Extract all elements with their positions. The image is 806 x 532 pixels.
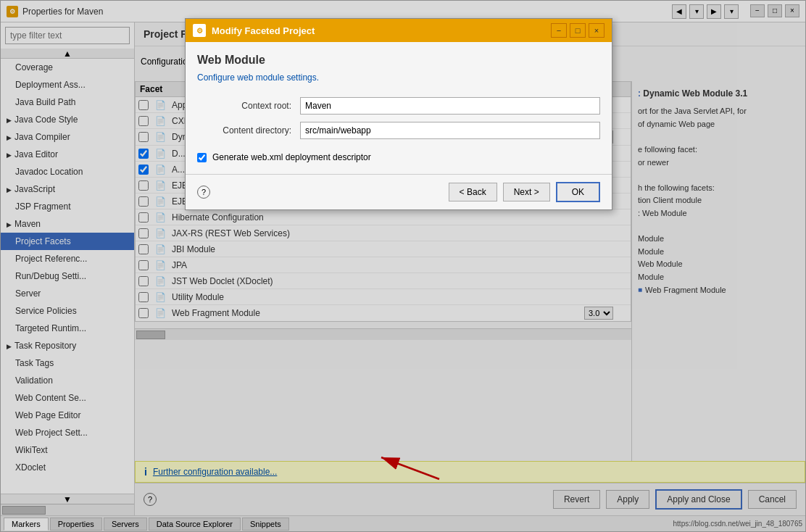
back-button[interactable]: < Back [449, 183, 497, 201]
facet-icon-app-client: 📄 [154, 99, 166, 111]
content-dir-label: Content directory: [197, 125, 291, 136]
facet-checkbox-hibernate[interactable] [138, 212, 149, 223]
sidebar-item-java-build-path[interactable]: Java Build Path [1, 93, 134, 111]
facet-name-web-fragment: Web Fragment Module [172, 308, 578, 318]
facet-checkbox-a[interactable] [138, 165, 149, 175]
right-text-4: or newer [638, 158, 669, 167]
sidebar-scroll-down[interactable]: ▼ [1, 494, 134, 504]
facet-icon-d: 📄 [154, 148, 166, 159]
facet-name-hibernate: Hibernate Configuration [172, 212, 578, 223]
modal-help-icon[interactable]: ? [197, 186, 210, 199]
sidebar-item-javascript[interactable]: JavaScript [1, 180, 134, 198]
nav-dropdown-btn[interactable]: ▾ [689, 4, 704, 19]
right-text-9: Module [638, 247, 664, 256]
nav-forward-dropdown-btn[interactable]: ▾ [724, 4, 739, 19]
sidebar-item-jsp-fragment[interactable]: JSP Fragment [1, 198, 134, 215]
tab-servers[interactable]: Servers [104, 518, 147, 531]
help-icon[interactable]: ? [144, 493, 157, 506]
content-dir-input[interactable] [300, 122, 600, 139]
further-config-link[interactable]: Further configuration available... [153, 467, 277, 477]
sidebar-item-service-policies[interactable]: Service Policies [1, 302, 134, 320]
sidebar-item-project-facets[interactable]: Project Facets [1, 233, 134, 250]
facet-icon-jaxrs: 📄 [154, 228, 166, 239]
ok-button[interactable]: OK [556, 182, 600, 202]
context-root-input[interactable] [300, 97, 600, 115]
facet-checkbox-ejb[interactable] [138, 180, 149, 191]
sidebar-scroll-thumb[interactable] [2, 506, 46, 515]
generate-xml-checkbox[interactable] [197, 153, 207, 162]
bottom-tabs: Markers Properties Servers Data Source E… [1, 515, 805, 531]
right-text-12-row: ■ Web Fragment Module [638, 284, 799, 297]
tab-properties[interactable]: Properties [50, 518, 102, 531]
sidebar-item-deployment[interactable]: Deployment Ass... [1, 76, 134, 93]
sidebar-item-task-tags[interactable]: Task Tags [1, 354, 134, 372]
sidebar-scroll-up[interactable]: ▲ [1, 49, 134, 59]
facet-checkbox-dynamic-web[interactable] [138, 132, 149, 142]
facet-checkbox-web-fragment[interactable] [138, 308, 149, 318]
modal-maximize-btn[interactable]: □ [570, 23, 586, 38]
sidebar-item-maven[interactable]: Maven [1, 215, 134, 233]
facets-scroll-thumb[interactable] [136, 331, 165, 339]
nav-forward-btn[interactable]: ▶ [707, 4, 721, 19]
right-text-12-icon: ■ [638, 284, 642, 296]
content-dir-row: Content directory: [197, 122, 600, 139]
facet-checkbox-jpa[interactable] [138, 260, 149, 270]
sidebar-item-java-code-style[interactable]: Java Code Style [1, 111, 134, 128]
facet-version-select-web-fragment[interactable]: 3.0 [584, 307, 613, 320]
modal-minimize-btn[interactable]: − [551, 23, 567, 38]
sidebar-item-project-references[interactable]: Project Referenc... [1, 250, 134, 267]
maximize-btn[interactable]: □ [768, 4, 782, 17]
sidebar-scrollbar[interactable] [1, 504, 134, 515]
facet-checkbox-jbi[interactable] [138, 244, 149, 254]
facet-icon-hibernate: 📄 [154, 212, 166, 223]
cancel-button[interactable]: Cancel [748, 490, 797, 509]
sidebar-item-xdoclet[interactable]: XDoclet [1, 459, 134, 476]
tab-data-source[interactable]: Data Source Explorer [149, 518, 241, 531]
modal-titlebar: ⚙ Modify Faceted Project − □ × [186, 19, 612, 42]
facets-scrollbar[interactable] [135, 328, 631, 340]
nav-back-btn[interactable]: ◀ [672, 4, 686, 19]
sidebar-item-wikitext[interactable]: WikiText [1, 441, 134, 459]
minimize-btn[interactable]: − [750, 4, 765, 17]
sidebar-item-javadoc[interactable]: Javadoc Location [1, 163, 134, 180]
table-row: 📄 JBI Module [136, 241, 631, 257]
facet-checkbox-d[interactable] [138, 149, 149, 159]
sidebar-item-server[interactable]: Server [1, 285, 134, 302]
sidebar-item-java-compiler[interactable]: Java Compiler [1, 128, 134, 146]
apply-close-button[interactable]: Apply and Close [655, 489, 741, 510]
modal-dialog[interactable]: ⚙ Modify Faceted Project − □ × Web Modul… [185, 18, 612, 210]
sidebar-item-web-page-editor[interactable]: Web Page Editor [1, 407, 134, 424]
facet-icon-jbi: 📄 [154, 244, 166, 255]
sidebar-item-web-project[interactable]: Web Project Sett... [1, 424, 134, 441]
facet-name-utility: Utility Module [172, 292, 578, 302]
sidebar-item-task-repository[interactable]: Task Repository [1, 337, 134, 354]
facet-checkbox-ejbdoclet[interactable] [138, 196, 149, 207]
facet-checkbox-jst[interactable] [138, 276, 149, 286]
tab-snippets[interactable]: Snippets [242, 518, 289, 531]
bottom-bar: ? Revert Apply Apply and Close Cancel [135, 483, 805, 515]
facet-checkbox-cxf[interactable] [138, 116, 149, 126]
apply-button[interactable]: Apply [606, 490, 649, 509]
facet-icon-jst: 📄 [154, 275, 166, 287]
table-row: 📄 JAX-RS (REST Web Services) [136, 225, 631, 241]
sidebar-item-targeted-runtime[interactable]: Targeted Runtim... [1, 320, 134, 337]
facet-checkbox-jaxrs[interactable] [138, 228, 149, 238]
next-button[interactable]: Next > [503, 183, 550, 201]
facet-checkbox-app-client[interactable] [138, 100, 149, 110]
modal-close-btn[interactable]: × [589, 23, 604, 38]
right-text-6: tion Client module [638, 196, 702, 204]
sidebar-item-run-debug[interactable]: Run/Debug Setti... [1, 267, 134, 285]
right-text-8: Module [638, 234, 664, 243]
tab-markers[interactable]: Markers [4, 518, 49, 531]
revert-button[interactable]: Revert [553, 490, 600, 509]
sidebar-item-java-editor[interactable]: Java Editor [1, 146, 134, 163]
facet-icon-a: 📄 [154, 164, 166, 175]
close-btn[interactable]: × [785, 4, 799, 17]
sidebar-item-web-content[interactable]: Web Content Se... [1, 389, 134, 407]
sidebar-item-coverage[interactable]: Coverage [1, 59, 134, 76]
facet-checkbox-utility[interactable] [138, 292, 149, 302]
sidebar-item-validation[interactable]: Validation [1, 372, 134, 389]
filter-input[interactable] [5, 27, 130, 44]
facet-icon-cxf: 📄 [154, 115, 166, 127]
facet-version-web-fragment: 3.0 [584, 307, 628, 320]
